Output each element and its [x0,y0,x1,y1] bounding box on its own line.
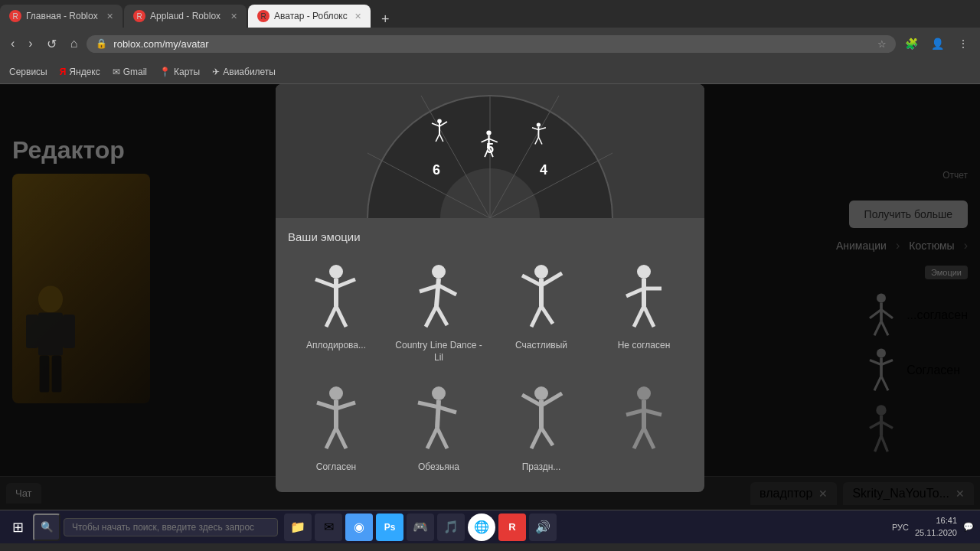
flights-icon: ✈ [212,67,220,77]
yandex-icon: Я [60,67,67,77]
svg-line-100 [644,428,654,448]
svg-point-95 [637,386,651,400]
svg-line-75 [634,306,644,327]
clock-date: 25.11.2020 [915,527,957,539]
emoji-agree[interactable]: Согласен [288,376,384,480]
bookmark-star-icon[interactable]: ☆ [877,38,887,50]
forward-button[interactable]: › [24,35,37,52]
taskbar-icon-6[interactable]: 🎵 [437,514,465,541]
clock-time: 16:41 [915,515,957,527]
menu-icon[interactable]: ⋮ [952,33,974,54]
svg-line-85 [418,403,439,407]
emoji-happy-figure [511,260,572,337]
svg-line-87 [427,428,437,448]
svg-line-73 [626,289,644,296]
emoji-disagree[interactable]: Не согласен [596,254,692,370]
taskbar-mail-icon[interactable]: ✉ [315,514,342,541]
home-button[interactable]: ⌂ [66,35,83,52]
svg-point-71 [637,265,651,279]
taskbar: ⊞ 🔍 📁 ✉ ◉ Ps 🎮 🎵 🌐 R 🔊 РУС 16:41 25.11.2… [0,510,980,543]
emoji-country-line-figure [408,260,469,337]
taskbar-roblox-icon[interactable]: R [498,514,526,541]
emoji-agree-label: Согласен [316,461,356,474]
disagree-svg [617,264,671,333]
maps-icon: 📍 [159,67,171,77]
svg-line-69 [531,306,541,327]
tab-3[interactable]: R Аватар - Роблокс ✕ [248,5,371,28]
svg-line-70 [541,306,553,324]
modal-overlay[interactable]: 6 5 4 [0,84,980,510]
wheel: 6 5 4 [360,84,620,218]
svg-line-57 [326,306,336,327]
address-bar-icons: ☆ [877,38,887,50]
emoji-empty-figure [613,382,675,458]
svg-line-81 [326,428,336,448]
svg-point-41 [486,130,491,135]
emoji-celebrate[interactable]: Праздн... [493,376,590,480]
start-button[interactable]: ⊞ [6,516,30,539]
tab-2-close[interactable]: ✕ [230,11,237,21]
tab-1[interactable]: R Главная - Roblox ✕ [0,5,122,28]
emoji-celebrate-label: Праздн... [522,461,561,474]
agree-svg [309,386,363,455]
emojis-title: Ваши эмоции [288,230,692,243]
taskbar-lang: РУС [892,523,909,532]
tab-2[interactable]: R Applaud - Roblox ✕ [124,5,247,28]
bookmark-yandex[interactable]: Я Яндекс [60,67,100,77]
emoji-monkey[interactable]: Обезьяна [390,376,487,480]
tab-3-close[interactable]: ✕ [354,11,361,21]
bookmark-gmail[interactable]: ✉ Gmail [113,67,147,77]
main-page: ☰ R Игры Аватар Магазин С... xiaomi45000… [0,84,980,510]
celebrate-svg [514,386,568,455]
emoji-disagree-figure [613,260,675,337]
emoji-monkey-figure [408,382,469,458]
svg-point-53 [329,265,343,279]
back-button[interactable]: ‹ [6,35,19,52]
notification-icon[interactable]: 💬 [963,522,974,532]
svg-point-59 [432,265,446,279]
svg-line-86 [439,407,456,412]
bookmarks-bar: Сервисы Я Яндекс ✉ Gmail 📍 Карты ✈ Авиаб… [0,60,980,84]
new-tab-button[interactable]: + [375,11,396,28]
tab-1-close[interactable]: ✕ [106,11,113,21]
tab-1-icon: R [9,10,21,22]
taskbar-ps-icon[interactable]: Ps [376,514,403,541]
tab-2-label: Applaud - Roblox [150,11,220,21]
svg-point-89 [534,386,548,400]
taskbar-icon-5[interactable]: 🎮 [407,514,434,541]
tab-2-icon: R [133,10,145,22]
nav-right-icons: 🧩 👤 ⋮ [900,33,974,54]
extensions-icon[interactable]: 🧩 [900,33,922,54]
emoji-empty [596,376,692,480]
svg-line-64 [436,306,447,325]
bookmark-flights[interactable]: ✈ Авиабилеты [212,67,276,77]
taskbar-browser-icon[interactable]: ◉ [345,514,373,541]
svg-line-84 [437,400,439,428]
lock-icon: 🔒 [96,38,107,49]
tab-3-icon: R [257,10,270,22]
svg-text:4: 4 [540,162,547,178]
search-taskbar-icon[interactable]: 🔍 [33,514,60,541]
svg-point-83 [432,386,446,400]
tab-bar: R Главная - Roblox ✕ R Applaud - Roblox … [0,0,980,28]
bookmark-services[interactable]: Сервисы [9,67,47,77]
taskbar-chrome-icon[interactable]: 🌐 [468,514,495,541]
emoji-country-line-label: Country Line Dance - Lil [394,340,484,364]
profile-icon[interactable]: 👤 [926,33,948,54]
svg-line-99 [634,428,644,448]
address-bar[interactable]: 🔒 roblox.com/my/avatar ☆ [87,35,896,53]
bookmark-maps[interactable]: 📍 Карты [159,67,200,77]
emoji-agree-figure [305,382,367,458]
emojis-grid-row1: Аплодирова... [288,254,692,370]
emoji-happy[interactable]: Счастливый [493,254,590,370]
emoji-country-line[interactable]: Country Line Dance - Lil [390,254,487,370]
taskbar-icon-9[interactable]: 🔊 [529,514,557,541]
emoji-applaud-figure [305,260,367,337]
wheel-svg: 6 5 4 [360,84,620,218]
refresh-button[interactable]: ↺ [42,35,61,53]
taskbar-search-input[interactable] [64,518,278,536]
emotion-picker-modal: 6 5 4 [276,84,704,492]
taskbar-icons: 📁 ✉ ◉ Ps 🎮 🎵 🌐 R 🔊 [284,514,557,541]
taskbar-file-icon[interactable]: 📁 [284,514,312,541]
emoji-applaud[interactable]: Аплодирова... [288,254,384,370]
